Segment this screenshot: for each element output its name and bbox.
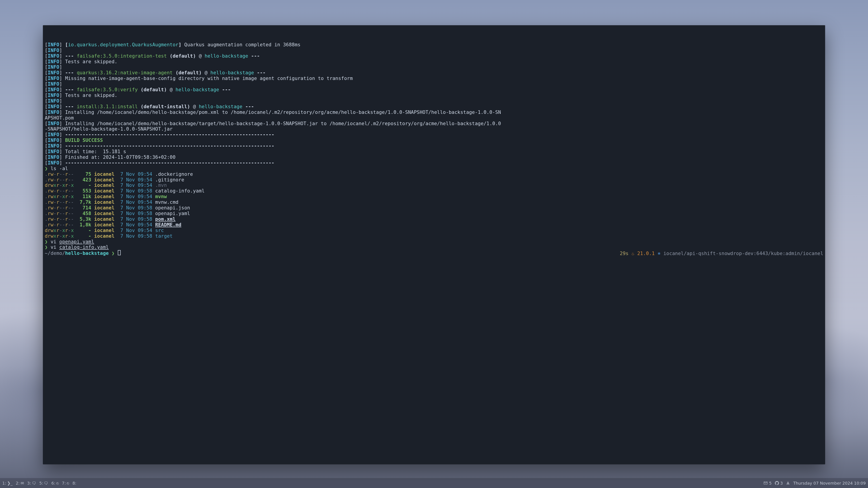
clock[interactable]: Thursday 07 November 2024 10:09 [793,481,866,486]
terminal-window[interactable]: [INFO] [io.quarkus.deployment.QuarkusAug… [43,25,825,464]
k8s-context: iocanel/api-qshift-snowdrop-dev:6443/kub… [663,251,823,256]
mail-count: 5 [769,481,772,486]
terminal-line: [INFO] ---------------------------------… [45,132,825,138]
ls-row: .rwxr-xr-x 11k iocanel 7 Nov 09:54 mvnw [45,194,825,199]
ls-row: .rw-r--r-- 5,3k iocanel 7 Nov 09:58 pom.… [45,217,825,222]
terminal-line: [INFO] [45,64,825,70]
terminal-line: [INFO] Tests are skipped. [45,93,825,98]
ls-row: drwxr-xr-x - iocanel 7 Nov 09:54 .mvn [45,183,825,188]
system-tray[interactable]: 5 3 [764,481,790,486]
terminal-line: [INFO] --- quarkus:3.16.2:native-image-a… [45,70,825,76]
terminal-line: [INFO] Finished at: 2024-11-07T09:58:36+… [45,155,825,160]
terminal-line: [INFO] [io.quarkus.deployment.QuarkusAug… [45,42,825,48]
workspace-item[interactable]: 8: [72,481,77,486]
taskbar: 1:❯_2:✉3:🗨5:🗨6:⎋7:⎋8: 5 3 Thursday 07 No… [0,478,868,488]
workspace-item[interactable]: 1:❯_ [2,481,13,486]
mail-tray-icon[interactable]: 5 [764,481,772,486]
ls-row: drwxr-xr-x - iocanel 7 Nov 09:54 src [45,228,825,233]
workspace-item[interactable]: 3:🗨 [27,481,36,486]
prompt-line[interactable]: ~/demo/hello-backstage ❯ 29s ♨ 21.0.1 ⎈ … [45,250,825,256]
terminal-line: [INFO] --- failsafe:3.5.0:integration-te… [45,53,825,59]
terminal-line: [INFO] Total time: 15.181 s [45,149,825,155]
workspace-item[interactable]: 7:⎋ [62,481,69,486]
ls-row: .rw-r--r-- 1,8k iocanel 7 Nov 09:54 READ… [45,222,825,228]
terminal-line: ❯ vi openapi.yaml [45,239,825,245]
terminal-line: [INFO] Missing native-image-agent-base-c… [45,76,825,81]
ls-row: .rw-r--r-- 714 iocanel 7 Nov 09:58 opena… [45,205,825,211]
workspace-item[interactable]: 6:⎋ [51,481,59,486]
workspace-switcher[interactable]: 1:❯_2:✉3:🗨5:🗨6:⎋7:⎋8: [2,481,77,486]
terminal-line: [INFO] ---------------------------------… [45,160,825,166]
terminal-line: [INFO] --- install:3.1.1:install (defaul… [45,104,825,109]
terminal-line: APSHOT.pom [45,115,825,121]
github-tray-icon[interactable]: 3 [775,481,783,486]
ls-row: drwxr-xr-x - iocanel 7 Nov 09:58 target [45,233,825,239]
terminal-line: [INFO] Installing /home/iocanel/demo/hel… [45,109,825,115]
terminal-line: [INFO] [45,48,825,53]
terminal-line: [INFO] BUILD SUCCESS [45,138,825,143]
taskbar-right: 5 3 Thursday 07 November 2024 10:09 [764,481,866,486]
workspace-item[interactable]: 5:🗨 [39,481,49,486]
github-count: 3 [780,481,783,486]
terminal-line: [INFO] ---------------------------------… [45,143,825,149]
cursor-icon [118,250,121,255]
ls-row: .rw-r--r-- 7,7k iocanel 7 Nov 09:54 mvnw… [45,199,825,205]
terminal-output[interactable]: [INFO] [io.quarkus.deployment.QuarkusAug… [45,42,825,256]
java-version: 21.0.1 [637,251,657,256]
terminal-line: -SNAPSHOT/hello-backstage-1.0.0-SNAPSHOT… [45,126,825,132]
terminal-line: ❯ ls -al [45,166,825,171]
workspace-item[interactable]: 2:✉ [16,481,24,486]
prompt-status: 29s ♨ 21.0.1 ⎈ iocanel/api-qshift-snowdr… [620,251,823,256]
terminal-line: [INFO] Installing /home/iocanel/demo/hel… [45,121,825,127]
ls-row: .rw-r--r-- 458 iocanel 7 Nov 09:58 opena… [45,211,825,217]
ls-row: .rw-r--r-- 553 iocanel 7 Nov 09:58 catal… [45,188,825,194]
ls-row: .rw-r--r-- 75 iocanel 7 Nov 09:54 .docke… [45,171,825,177]
ls-row: .rw-r--r-- 423 iocanel 7 Nov 09:54 .giti… [45,177,825,183]
terminal-line: [INFO] Tests are skipped. [45,59,825,65]
terminal-line: [INFO] [45,98,825,104]
terminal-line: ❯ vi catalog-info.yaml [45,245,825,250]
terminal-line: [INFO] --- failsafe:3.5.0:verify (defaul… [45,87,825,93]
arch-tray-icon[interactable] [786,481,790,485]
terminal-line: [INFO] [45,81,825,87]
